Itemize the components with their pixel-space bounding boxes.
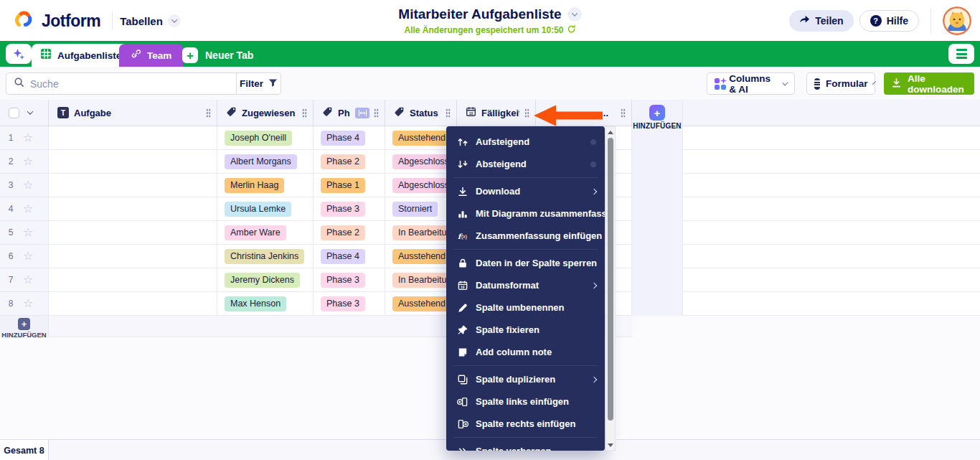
column-width-icon[interactable] [355,108,369,118]
menu-item-aufsteigend[interactable]: Aufsteigend [446,131,605,153]
cell-aufgabe[interactable] [49,221,217,244]
cell-aufgabe[interactable] [49,126,217,149]
menu-item-spalte-umbenennen[interactable]: Spalte umbenennen [446,296,605,319]
column-menu-icon[interactable] [524,108,529,118]
cell-phase[interactable]: Phase 2 [314,150,385,173]
menu-item-datumsformat[interactable]: 10Datumsformat [446,274,605,296]
add-column-button[interactable]: + [649,105,665,121]
row-number: 7 [0,275,22,285]
menu-item-spalte-fixieren[interactable]: Spalte fixieren [446,319,605,341]
column-header-aufgabe[interactable]: T Aufgabe [49,100,217,126]
columns-ai-button[interactable]: Columns & AI [707,72,795,95]
cell-zugewiesen[interactable]: Max Henson [217,292,314,315]
cell-aufgabe[interactable] [49,174,217,197]
menu-item-mit-diagramm-zusammenfassen[interactable]: Mit Diagramm zusammenfassen [446,202,605,225]
select-all-checkbox[interactable] [9,108,19,118]
header-divider [930,9,931,33]
cell-phase[interactable]: Phase 3 [314,292,385,315]
menu-item-label: Daten in der Spalte sperren [476,258,597,268]
tab-team[interactable]: Team [119,44,183,67]
column-menu-icon[interactable] [374,108,379,118]
cell-phase[interactable]: Phase 4 [314,126,385,149]
menu-item-add-column-note[interactable]: Add column note [446,341,605,363]
cell-phase[interactable]: Phase 2 [314,221,385,244]
status-chip: Ausstehend [392,131,451,146]
cell-zugewiesen[interactable]: Ursula Lemke [217,197,314,220]
star-icon[interactable]: ☆ [23,179,33,191]
question-icon: ? [870,15,882,27]
column-menu-icon[interactable] [621,108,626,118]
cell-aufgabe[interactable] [49,150,217,173]
star-icon[interactable]: ☆ [23,250,33,262]
cell-zugewiesen[interactable]: Joseph O'neill [217,126,314,149]
menu-item-label: Mit Diagramm zusammenfassen [476,208,605,219]
column-header-zugewiesen[interactable]: Zugewiesen ... [217,100,314,126]
cell-zugewiesen[interactable]: Jeremy Dickens [217,268,314,291]
scroll-down-icon[interactable] [606,440,615,450]
menu-item-spalte-verbergen[interactable]: Spalte verbergen [446,440,605,451]
column-menu-list: AufsteigendAbsteigendDownloadMit Diagram… [446,131,605,451]
cell-zugewiesen[interactable]: Amber Ware [217,221,314,244]
submenu-arrow-icon [591,376,597,382]
refresh-icon[interactable] [567,24,576,36]
menu-item-daten-in-der-spalte-sperren[interactable]: Daten in der Spalte sperren [446,252,605,274]
columns-ai-icon [715,78,723,90]
assignee-chip: Merlin Haag [225,178,284,193]
column-header-hidden[interactable]: ... [536,100,632,126]
cell-phase[interactable]: Phase 3 [314,197,385,220]
menu-item-spalte-rechts-einf-gen[interactable]: Spalte rechts einfügen [446,413,605,435]
row-select-cell: 3 ☆ [0,174,49,197]
star-icon[interactable]: ☆ [23,132,33,144]
cell-zugewiesen[interactable]: Merlin Haag [217,174,314,197]
toggle-panel-button[interactable] [948,44,974,64]
star-icon[interactable]: ☆ [23,298,33,309]
cell-aufgabe[interactable] [49,292,217,315]
menu-item-absteigend[interactable]: Absteigend [446,153,605,175]
column-menu-icon[interactable] [446,108,451,118]
column-menu-icon[interactable] [206,108,211,118]
star-icon[interactable]: ☆ [23,274,33,286]
filter-button[interactable]: Filter [236,72,281,95]
column-header-status[interactable]: Status [385,100,457,126]
svg-text:10: 10 [461,285,465,288]
menu-item-spalte-duplizieren[interactable]: Spalte duplizieren [446,368,605,390]
title-chevron-icon[interactable] [567,7,582,22]
new-tab-button[interactable]: + Neuer Tab [182,44,253,67]
ai-sparkle-button[interactable] [6,44,32,64]
menu-item-spalte-links-einf-gen[interactable]: Spalte links einfügen [446,390,605,413]
cell-phase[interactable]: Phase 4 [314,245,385,268]
help-button[interactable]: ? Hilfe [859,10,919,32]
page-title: Mitarbeiter Aufgabenliste [398,6,561,22]
assignee-chip: Christina Jenkins [225,249,304,264]
star-icon[interactable]: ☆ [23,203,33,215]
star-icon[interactable]: ☆ [23,227,33,238]
star-icon[interactable]: ☆ [23,156,33,167]
avatar[interactable] [943,6,971,35]
assignee-chip: Ursula Lemke [225,202,291,217]
menu-item-label: Spalte links einfügen [476,396,569,407]
form-button[interactable]: Formular [806,72,875,95]
menu-item-download[interactable]: Download [446,180,605,202]
chevron-down-icon[interactable] [27,108,33,114]
scroll-up-icon[interactable] [606,127,615,137]
cell-aufgabe[interactable] [49,245,217,268]
column-header-faelligkeit[interactable]: 10 Fälligkeit... [457,100,536,126]
cell-aufgabe[interactable] [49,268,217,291]
column-header-phase[interactable]: Ph... [314,100,385,126]
cell-phase[interactable]: Phase 1 [314,174,385,197]
download-all-button[interactable]: Alle downloaden [884,72,974,95]
menu-scrollbar[interactable] [606,126,616,451]
sort-desc-icon [456,159,468,170]
phase-chip: Phase 3 [321,273,365,288]
cell-zugewiesen[interactable]: Albert Morgans [217,150,314,173]
tag-icon [226,106,237,119]
column-menu-icon[interactable] [302,108,307,118]
add-row-button[interactable]: + HINZUFÜGEN [0,316,49,337]
search-input[interactable] [30,78,229,90]
menu-item-zusammenfassung-einf-gen[interactable]: f(x)Zusammenfassung einfügen [446,225,605,247]
cell-aufgabe[interactable] [49,197,217,220]
cell-zugewiesen[interactable]: Christina Jenkins [217,245,314,268]
cell-phase[interactable]: Phase 3 [314,268,385,291]
scrollbar-thumb[interactable] [608,138,613,421]
share-button[interactable]: Teilen [789,10,853,32]
